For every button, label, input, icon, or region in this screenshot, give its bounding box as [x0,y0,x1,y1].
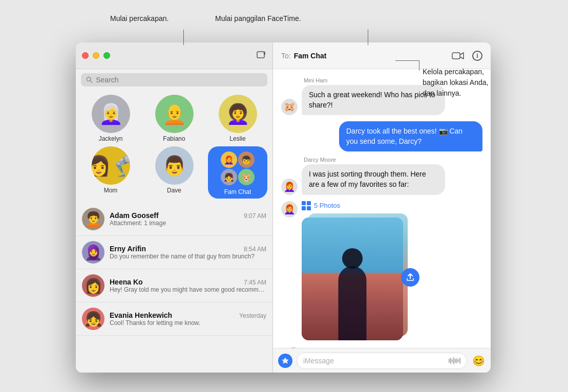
annotation-line-facetime [368,30,368,45]
bottom-avatar-row: 👩‍🦰 [281,346,482,348]
input-placeholder: iMessage [303,357,334,365]
msg-row-3: 👩‍🦰 I was just sorting through them. Her… [281,164,482,194]
annotation-manage-line2: bagikan lokasi Anda, [423,77,488,88]
share-button[interactable] [401,268,419,287]
pinned-contact-jackelyn[interactable]: 👩‍🦳 Jackelyn [81,95,140,142]
photos-count: 5 Photos [314,202,340,209]
svg-rect-7 [302,201,306,205]
conv-avatar-evania: 👧 [82,308,104,330]
annotation-manage-convo: Kelola percakapan, bagikan lokasi Anda, … [423,67,488,99]
conv-content-evania: Evania Henkewich Yesterday Cool! Thanks … [110,311,266,326]
bubble-2: Darcy took all the best ones! 📷 Can you … [339,121,482,151]
conv-time-adam: 9:07 AM [244,212,266,220]
traffic-lights [82,52,110,59]
contact-name-mom: Mom [104,187,118,194]
conv-content-heena: Heena Ko 7:45 AM Hey! Gray told me you m… [110,278,266,293]
photos-grid-icon [302,201,311,210]
facetime-button[interactable] [451,51,465,61]
minimize-button[interactable] [93,52,99,59]
conv-item-evania[interactable]: 👧 Evania Henkewich Yesterday Cool! Thank… [76,302,272,336]
contact-name-famchat: Fam Chat [224,188,251,195]
pinned-contact-mom[interactable]: 👩‍🦿 Mom [81,146,140,199]
maximize-button[interactable] [103,52,110,59]
conv-name-heena: Heena Ko [110,278,143,286]
conv-preview-evania: Cool! Thanks for letting me know. [110,319,266,326]
conv-time-evania: Yesterday [239,312,266,319]
pinned-contact-leslie[interactable]: 👩‍🦱 Leslie [208,95,267,142]
pinned-contacts: 👩‍🦳 Jackelyn 🧑‍🦲 Fabiano 👩‍🦱 Le [76,91,272,203]
photos-label: 5 Photos [302,201,409,210]
conv-content-adam: Adam Gooseff 9:07 AM Attachment: 1 image [110,211,266,227]
waveform-icon [449,357,460,364]
search-icon [86,76,93,83]
annotation-manage-line1: Kelola percakapan, [423,67,488,77]
annotation-start-facetime: Mulai panggilan FaceTime. [215,14,301,23]
conv-name-evania: Evania Henkewich [110,311,172,319]
svg-line-2 [264,53,265,55]
bubble-3: I was just sorting through them. Here ar… [302,164,445,194]
chat-actions: i [451,51,482,61]
conv-content-erny: Erny Arifin 8:54 AM Do you remember the … [110,245,266,260]
conv-item-adam[interactable]: 🧑‍🦱 Adam Gooseff 9:07 AM Attachment: 1 i… [76,203,272,236]
annotation-line-manage-vert [419,60,419,71]
sender-name-miniham: Mini Ham [281,77,482,83]
appstore-button[interactable] [278,354,292,368]
msg-row-2: Darcy took all the best ones! 📷 Can you … [281,121,482,151]
sidebar: 👩‍🦳 Jackelyn 🧑‍🦲 Fabiano 👩‍🦱 Le [76,42,273,373]
conv-time-erny: 8:54 AM [244,246,266,253]
chat-to-name: Fam Chat [294,52,327,60]
svg-rect-10 [307,206,311,210]
chat-titlebar: To: Fam Chat i [273,42,491,69]
annotation-manage-line3: dan lainnya. [423,88,488,99]
conv-avatar-heena: 👩 [82,274,104,297]
conv-item-heena[interactable]: 👩 Heena Ko 7:45 AM Hey! Gray told me you… [76,269,272,302]
sidebar-titlebar [76,42,272,69]
compose-icon[interactable] [256,51,266,61]
conv-time-heena: 7:45 AM [244,279,266,286]
contact-name-leslie: Leslie [229,135,245,142]
search-input[interactable] [96,76,262,84]
svg-rect-0 [257,52,264,58]
input-bar: iMessage 😊 [273,348,491,373]
close-button[interactable] [82,52,89,59]
pinned-contact-fabiano[interactable]: 🧑‍🦲 Fabiano [144,95,204,142]
emoji-button[interactable]: 😊 [471,354,486,368]
conv-name-adam: Adam Gooseff [110,211,159,220]
msg-avatar-darcy2: 👩‍🦰 [281,201,298,217]
svg-line-5 [90,81,92,83]
svg-point-4 [87,77,91,81]
svg-line-1 [264,52,265,53]
annotation-line-manage-horiz [395,60,419,61]
photo-stack[interactable] [302,213,409,341]
svg-rect-8 [307,201,311,205]
conv-preview-adam: Attachment: 1 image [110,220,266,227]
info-button[interactable]: i [472,51,482,61]
msg-row-1: 🐹 Such a great weekend! Who has pics to … [281,85,482,115]
annotation-line-compose [183,30,184,45]
pinned-contact-dave[interactable]: 👨 Dave [144,146,204,199]
search-bar[interactable] [81,73,267,86]
main-chat: To: Fam Chat i Mini Ham [273,42,491,373]
imessage-input[interactable]: iMessage [297,353,467,369]
conversation-list: 🧑‍🦱 Adam Gooseff 9:07 AM Attachment: 1 i… [76,203,272,373]
pinned-contact-famchat[interactable]: 👩‍🦰 👦 👧 🐹 Fam Chat [208,146,267,199]
msg-avatar-miniham: 🐹 [281,99,298,115]
conv-preview-heena: Hey! Gray told me you might have some go… [110,286,266,293]
svg-rect-9 [302,206,306,210]
typing-avatar: 👩‍🦰 [285,347,302,348]
msg-avatar-darcy: 👩‍🦰 [281,179,298,195]
conv-name-erny: Erny Arifin [110,245,146,253]
contact-name-jackelyn: Jackelyn [99,135,123,142]
conv-preview-erny: Do you remember the name of that guy fro… [110,253,266,260]
annotation-start-convo: Mulai percakapan. [110,14,169,23]
bubble-1: Such a great weekend! Who has pics to sh… [302,85,445,115]
conv-item-erny[interactable]: 🧕 Erny Arifin 8:54 AM Do you remember th… [76,236,272,269]
conv-avatar-erny: 🧕 [82,241,104,264]
sender-name-darcy: Darcy Moore [281,157,482,163]
conv-avatar-adam: 🧑‍🦱 [82,208,104,230]
contact-name-fabiano: Fabiano [163,135,185,142]
contact-name-dave: Dave [167,187,181,194]
messages-area: Mini Ham 🐹 Such a great weekend! Who has… [273,69,491,348]
chat-to-label: To: [281,52,291,60]
svg-rect-6 [452,53,460,59]
